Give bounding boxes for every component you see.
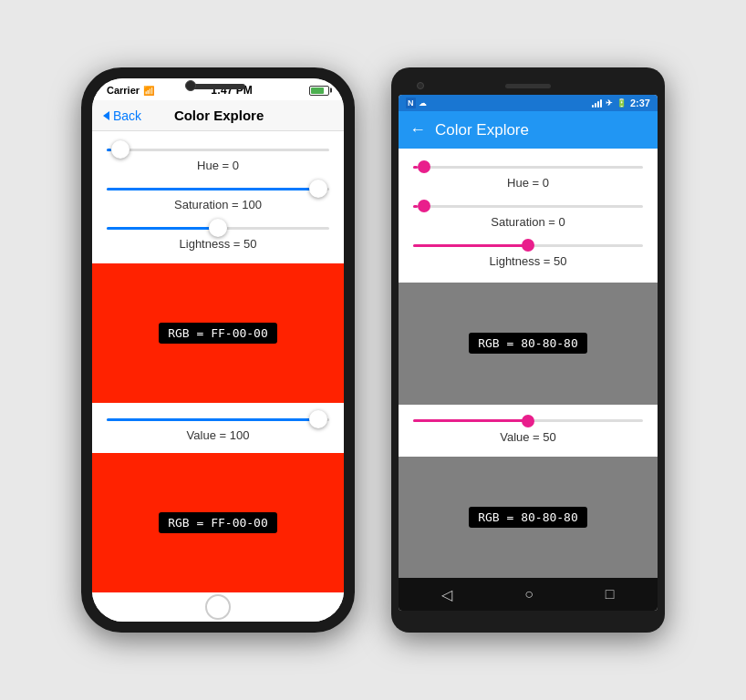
android-lightness-slider-track[interactable] bbox=[413, 236, 643, 254]
android-nav-home-icon[interactable]: ○ bbox=[524, 586, 534, 602]
saturation-slider-track[interactable] bbox=[107, 180, 329, 198]
android-saturation-slider-line bbox=[413, 205, 643, 208]
lightness-label: Lightness = 50 bbox=[107, 237, 329, 251]
android-hue-slider-row: Hue = 0 bbox=[413, 158, 643, 190]
android-toolbar: ← Color Explore bbox=[399, 111, 658, 149]
android-color-block-1: RGB = 80-80-80 bbox=[399, 283, 658, 405]
ios-rgb-label-2: RGB = FF-00-00 bbox=[159, 512, 277, 533]
back-label: Back bbox=[113, 108, 141, 123]
android-rgb-label-2: RGB = 80-80-80 bbox=[469, 507, 587, 528]
android-status-right: ✈ 🔋 2:37 bbox=[592, 98, 650, 108]
saturation-label: Saturation = 100 bbox=[107, 198, 329, 211]
saturation-slider-row: Saturation = 100 bbox=[107, 180, 329, 211]
ios-status-bar: Carrier 📶 1:47 PM bbox=[92, 78, 344, 100]
android-sliders-section: Hue = 0 Saturation = 0 bbox=[399, 149, 658, 283]
android-screen: N ☁ ✈ 🔋 2:37 ← Color Explore bbox=[399, 95, 658, 611]
value-slider-line bbox=[107, 418, 329, 421]
lightness-slider-track[interactable] bbox=[107, 219, 329, 237]
iphone-device: Carrier 📶 1:47 PM Back Color Explore bbox=[81, 67, 355, 633]
saturation-slider-line bbox=[107, 188, 329, 190]
airplane-mode-icon: ✈ bbox=[606, 98, 613, 108]
android-back-button[interactable]: ← bbox=[409, 120, 426, 139]
android-color-block-2: RGB = 80-80-80 bbox=[399, 457, 658, 579]
android-device: N ☁ ✈ 🔋 2:37 ← Color Explore bbox=[391, 67, 665, 633]
saturation-slider-thumb[interactable] bbox=[309, 180, 327, 198]
value-slider-row: Value = 100 bbox=[107, 410, 329, 442]
ios-value-section: Value = 100 bbox=[92, 403, 344, 453]
android-nav-bar: ◁ ○ □ bbox=[399, 578, 658, 611]
android-nav-recents-icon[interactable]: □ bbox=[606, 586, 615, 602]
ios-sliders-section: Hue = 0 Saturation = 100 bbox=[92, 131, 344, 263]
android-value-slider-row: Value = 50 bbox=[413, 412, 643, 444]
android-lightness-slider-row: Lightness = 50 bbox=[413, 236, 643, 268]
android-status-bar: N ☁ ✈ 🔋 2:37 bbox=[399, 95, 658, 111]
value-slider-track[interactable] bbox=[107, 410, 329, 428]
ios-nav-title: Color Explore bbox=[141, 108, 296, 123]
android-hue-slider-thumb[interactable] bbox=[418, 160, 430, 173]
iphone-camera bbox=[185, 80, 196, 91]
android-lightness-slider-line bbox=[413, 244, 643, 247]
ios-color-block-2: RGB = FF-00-00 bbox=[92, 453, 344, 592]
android-notification-icon-1: N bbox=[406, 98, 416, 108]
android-hue-label: Hue = 0 bbox=[413, 176, 643, 190]
android-saturation-label: Saturation = 0 bbox=[413, 215, 643, 229]
android-time: 2:37 bbox=[630, 98, 650, 108]
back-chevron-icon bbox=[103, 111, 109, 120]
android-speaker bbox=[505, 84, 551, 88]
android-nav-back-icon[interactable]: ◁ bbox=[441, 586, 452, 603]
ios-home-area bbox=[92, 592, 344, 622]
android-content: Hue = 0 Saturation = 0 bbox=[399, 149, 658, 611]
android-value-slider-fill bbox=[413, 419, 528, 422]
hue-slider-track[interactable] bbox=[107, 140, 329, 159]
home-button[interactable] bbox=[205, 594, 231, 620]
android-value-label: Value = 50 bbox=[413, 430, 643, 444]
lightness-slider-fill bbox=[107, 227, 218, 230]
ios-status-right bbox=[309, 86, 329, 96]
value-slider-fill bbox=[107, 418, 318, 421]
saturation-slider-fill bbox=[107, 188, 318, 190]
lightness-slider-row: Lightness = 50 bbox=[107, 219, 329, 251]
android-hue-slider-track[interactable] bbox=[413, 158, 643, 176]
android-lightness-slider-fill bbox=[413, 244, 528, 247]
android-lightness-label: Lightness = 50 bbox=[413, 254, 643, 268]
android-saturation-slider-row: Saturation = 0 bbox=[413, 197, 643, 229]
battery-icon bbox=[309, 86, 329, 96]
android-camera bbox=[417, 82, 424, 89]
hue-slider-line bbox=[107, 149, 329, 151]
ios-rgb-label-1: RGB = FF-00-00 bbox=[159, 323, 277, 344]
android-top-bar bbox=[399, 77, 658, 95]
lightness-slider-thumb[interactable] bbox=[209, 219, 227, 237]
android-value-section: Value = 50 bbox=[399, 405, 658, 457]
hue-slider-row: Hue = 0 bbox=[107, 140, 329, 172]
iphone-screen: Carrier 📶 1:47 PM Back Color Explore bbox=[92, 78, 344, 622]
ios-back-button[interactable]: Back bbox=[103, 108, 141, 123]
android-value-slider-track[interactable] bbox=[413, 412, 643, 430]
android-toolbar-title: Color Explore bbox=[435, 121, 529, 139]
android-saturation-slider-track[interactable] bbox=[413, 197, 643, 215]
android-value-slider-thumb[interactable] bbox=[522, 415, 534, 427]
lightness-slider-line bbox=[107, 227, 329, 230]
android-battery-icon: 🔋 bbox=[616, 98, 627, 108]
ios-nav-bar: Back Color Explore bbox=[92, 100, 344, 131]
signal-bars-icon bbox=[592, 98, 602, 108]
android-hue-slider-line bbox=[413, 166, 643, 169]
android-saturation-slider-thumb[interactable] bbox=[418, 200, 430, 212]
value-slider-thumb[interactable] bbox=[309, 410, 327, 428]
android-value-slider-line bbox=[413, 419, 643, 422]
ios-color-block-1: RGB = FF-00-00 bbox=[92, 263, 344, 403]
carrier-label: Carrier bbox=[107, 85, 140, 96]
ios-status-left: Carrier 📶 bbox=[107, 85, 154, 96]
android-rgb-label-1: RGB = 80-80-80 bbox=[469, 333, 587, 354]
hue-label: Hue = 0 bbox=[107, 159, 329, 172]
android-status-left: N ☁ bbox=[406, 98, 427, 108]
ios-time: 1:47 PM bbox=[211, 84, 252, 97]
wifi-icon: 📶 bbox=[143, 86, 154, 96]
android-cloud-icon: ☁ bbox=[419, 98, 427, 108]
value-label: Value = 100 bbox=[107, 428, 329, 442]
android-lightness-slider-thumb[interactable] bbox=[522, 239, 534, 252]
hue-slider-thumb[interactable] bbox=[111, 140, 130, 159]
